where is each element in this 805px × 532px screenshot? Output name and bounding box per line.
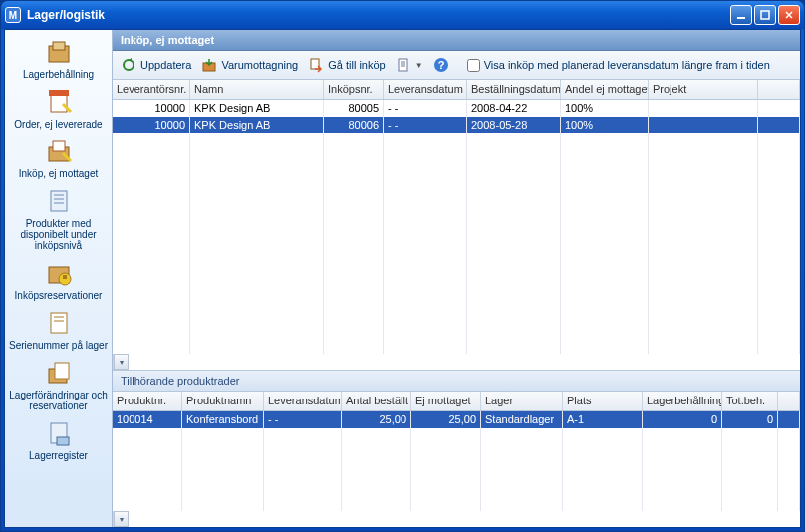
receive-label: Varumottagning: [221, 59, 298, 71]
help-button[interactable]: ?: [433, 57, 449, 73]
cell: KPK Design AB: [190, 117, 324, 133]
cell: 80005: [324, 100, 384, 117]
svg-rect-7: [49, 90, 69, 96]
svg-text:?: ?: [437, 59, 444, 71]
cell: Standardlager: [481, 411, 563, 428]
column-header[interactable]: Projekt: [649, 80, 758, 99]
sidebar-item-label: Inköpsreservationer: [15, 290, 103, 301]
refresh-button[interactable]: Uppdatera: [121, 57, 191, 73]
box-in-icon: [201, 57, 217, 73]
cell: Konferansbord: [182, 411, 264, 428]
sidebar-item-inkopsreservationer[interactable]: Inköpsreservationer: [7, 255, 110, 305]
column-header[interactable]: Leverantörsnr.: [113, 80, 190, 99]
svg-rect-17: [51, 313, 67, 333]
column-header[interactable]: Plats: [563, 392, 643, 410]
column-header[interactable]: Produktnr.: [113, 392, 182, 410]
help-icon: ?: [433, 57, 449, 73]
column-header[interactable]: Namn: [190, 80, 324, 99]
sidebar-item-label: Lagerregister: [29, 450, 88, 461]
svg-rect-21: [55, 363, 69, 379]
table-body[interactable]: 10000KPK Design AB80005- -2008-04-22100%…: [113, 100, 800, 354]
maximize-button[interactable]: [754, 5, 776, 25]
svg-rect-27: [399, 59, 407, 71]
cell: [649, 117, 758, 133]
scrollbar[interactable]: ▴ ▾: [113, 354, 129, 370]
svg-rect-10: [51, 191, 67, 211]
sidebar: LagerbehållningOrder, ej levereradeInköp…: [5, 30, 113, 527]
svg-rect-23: [57, 437, 69, 445]
column-header[interactable]: Leveransdatum: [264, 392, 342, 410]
panel-title: Inköp, ej mottaget: [113, 30, 800, 51]
table-header: Produktnr.ProduktnamnLeveransdatumAntal …: [113, 392, 800, 411]
cell: - -: [264, 411, 342, 428]
table-row[interactable]: 10000KPK Design AB80005- -2008-04-22100%: [113, 100, 800, 117]
lagerregister-icon: [43, 417, 75, 449]
sidebar-item-inkop-ej-mottaget[interactable]: Inköp, ej mottaget: [7, 133, 110, 183]
cell: 2008-04-22: [467, 100, 561, 117]
document-dropdown-button[interactable]: ▼: [396, 57, 423, 73]
show-planned-checkbox[interactable]: [467, 59, 480, 72]
sidebar-item-produkter-disponibelt[interactable]: Produkter med disponibelt under inköpsni…: [7, 183, 110, 255]
column-header[interactable]: Beställningsdatum: [467, 80, 561, 99]
cell: 25,00: [342, 411, 411, 428]
produkter-disponibelt-icon: [43, 185, 75, 217]
refresh-icon: [121, 57, 136, 73]
sidebar-item-serienummer[interactable]: Serienummer på lager: [7, 305, 110, 355]
cell: 100014: [113, 411, 182, 428]
goto-icon: [308, 57, 324, 73]
column-header[interactable]: Lager: [481, 392, 563, 410]
sidebar-item-lagerbehallning[interactable]: Lagerbehållning: [7, 34, 110, 84]
sidebar-item-order-ej-levererade[interactable]: Order, ej levererade: [7, 84, 110, 133]
goto-label: Gå till inköp: [328, 59, 385, 71]
titlebar[interactable]: M Lager/logistik: [1, 1, 804, 29]
scrollbar[interactable]: ▴ ▾: [113, 511, 129, 527]
sidebar-item-label: Order, ej levererade: [14, 119, 102, 130]
document-icon: [396, 57, 411, 73]
product-lines-grid[interactable]: Produktnr.ProduktnamnLeveransdatumAntal …: [113, 392, 800, 527]
sidebar-item-label: Produkter med disponibelt under inköpsni…: [7, 218, 110, 251]
svg-rect-26: [311, 59, 319, 69]
svg-rect-5: [53, 42, 65, 50]
svg-rect-0: [737, 17, 745, 19]
receive-button[interactable]: Varumottagning: [201, 57, 298, 73]
cell: 0: [722, 411, 778, 428]
lagerbehallning-icon: [43, 36, 75, 68]
dropdown-arrow-icon: ▼: [415, 61, 423, 70]
sidebar-item-label: Serienummer på lager: [9, 340, 108, 351]
sidebar-item-label: Lagerförändringar och reservationer: [7, 390, 110, 411]
scroll-down-icon[interactable]: ▾: [114, 354, 129, 370]
cell: 10000: [113, 100, 190, 117]
sidebar-item-lagerforandringar[interactable]: Lagerförändringar och reservationer: [7, 355, 110, 415]
purchases-grid[interactable]: Leverantörsnr.NamnInköpsnr.Leveransdatum…: [113, 80, 800, 370]
column-header[interactable]: Andel ej mottaget: [561, 80, 649, 99]
serienummer-icon: [43, 307, 75, 339]
goto-button[interactable]: Gå till inköp: [308, 57, 385, 73]
app-icon: M: [5, 7, 21, 23]
svg-rect-1: [761, 11, 769, 19]
sidebar-item-label: Inköp, ej mottaget: [19, 168, 99, 179]
window-title: Lager/logistik: [27, 8, 730, 22]
cell: - -: [384, 100, 467, 117]
toolbar: Uppdatera Varumottagning Gå till inköp: [113, 51, 800, 80]
show-planned-label: Visa inköp med planerad leveransdatum lä…: [484, 59, 770, 71]
column-header[interactable]: Ej mottaget: [411, 392, 481, 410]
scroll-down-icon[interactable]: ▾: [114, 511, 129, 527]
column-header[interactable]: Tot.beh.: [722, 392, 778, 410]
column-header[interactable]: Antal beställt: [342, 392, 411, 410]
cell: 0: [643, 411, 722, 428]
column-header[interactable]: Lagerbehållning: [643, 392, 722, 410]
column-header[interactable]: Leveransdatum: [384, 80, 467, 99]
minimize-button[interactable]: [730, 5, 752, 25]
column-header[interactable]: Produktnamn: [182, 392, 264, 410]
svg-rect-9: [53, 141, 65, 151]
lagerforandringar-icon: [43, 357, 75, 389]
close-button[interactable]: [778, 5, 800, 25]
cell: A-1: [563, 411, 643, 428]
sidebar-item-lagerregister[interactable]: Lagerregister: [7, 415, 110, 465]
table-row[interactable]: 10000KPK Design AB80006- -2008-05-28100%: [113, 117, 800, 133]
table-row[interactable]: 100014Konferansbord- -25,0025,00Standard…: [113, 411, 800, 428]
inkopsreservationer-icon: [43, 257, 75, 289]
column-header[interactable]: Inköpsnr.: [324, 80, 384, 99]
table-header: Leverantörsnr.NamnInköpsnr.Leveransdatum…: [113, 80, 800, 100]
table-body[interactable]: 100014Konferansbord- -25,0025,00Standard…: [113, 411, 800, 511]
